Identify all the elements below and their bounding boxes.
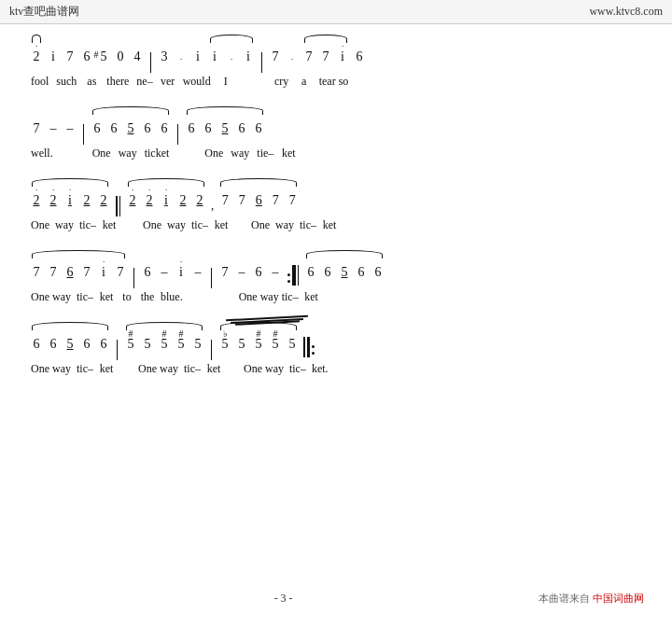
- lyric: ket: [281, 147, 296, 160]
- footer-right: 本曲谱来自 中国词曲网: [539, 592, 644, 606]
- lyric: One way: [138, 362, 178, 376]
- attribution-text: 本曲谱来自: [539, 593, 590, 604]
- note: # 5: [251, 328, 266, 360]
- lyric: One way: [244, 362, 284, 376]
- note: # 5: [268, 328, 283, 360]
- bar-line: [261, 52, 262, 73]
- note: –: [268, 257, 283, 288]
- note: · i: [96, 257, 111, 288]
- note: 7: [113, 257, 128, 288]
- note: 6: [63, 257, 77, 288]
- note: 2: [192, 185, 207, 216]
- music-page: · 2 i 7 6 #5: [0, 24, 672, 402]
- note: 5: [234, 328, 249, 360]
- repeat-end: [303, 337, 315, 357]
- lyric: ket.: [312, 362, 329, 376]
- note-6i: 6: [251, 113, 266, 145]
- note-7a: 7: [268, 41, 283, 73]
- music-row-5: 6 6 5 6: [28, 321, 644, 376]
- note: 6: [140, 257, 155, 288]
- music-row-2: 7 – – 6 6: [28, 105, 644, 160]
- bar-line: [211, 268, 212, 288]
- note: 3: [157, 41, 172, 73]
- note: 6: [79, 328, 94, 360]
- note-7: 7: [29, 113, 44, 145]
- note-dash1: –: [46, 113, 61, 145]
- notation-row-2: 7 – – 6 6: [28, 105, 644, 147]
- lyric: the: [140, 290, 155, 304]
- lyric: such: [56, 75, 77, 89]
- note-6a: 6: [352, 41, 367, 73]
- note-dot2: ·: [224, 54, 239, 73]
- lyric: One: [143, 218, 161, 232]
- lyric: ket: [214, 218, 229, 232]
- slur-r5c: ♭ 5 5 # 5 #: [217, 328, 301, 360]
- lyric: ket: [304, 290, 319, 304]
- lyric: way: [167, 218, 186, 232]
- note: 2: [79, 185, 94, 216]
- slur-r3a: · 2 · 2 · i 2: [28, 185, 112, 216]
- note: 6: [46, 328, 61, 360]
- lyric: tic–: [191, 218, 208, 232]
- note: # 5: [123, 328, 138, 360]
- music-row-1: · 2 i 7 6 #5: [28, 34, 644, 89]
- note: –: [234, 257, 249, 288]
- note: 6: [251, 185, 266, 216]
- lyric: ket: [102, 218, 117, 232]
- lyric: well.: [31, 147, 53, 160]
- note: 5: [285, 328, 300, 360]
- note: 7: [79, 257, 94, 288]
- note-6d: 6: [140, 113, 155, 145]
- lyric: as: [84, 75, 99, 89]
- note: 7: [234, 185, 249, 216]
- note-6e: 6: [157, 113, 172, 145]
- attribution-site: 中国词曲网: [593, 593, 644, 604]
- lyric: way: [55, 218, 74, 232]
- note-i3: i: [241, 41, 256, 73]
- lyric: One way: [31, 290, 71, 304]
- note: 5: [337, 257, 352, 288]
- note: · 2: [29, 41, 44, 73]
- lyric: tear so: [319, 75, 349, 89]
- note-dot3: ·: [285, 54, 300, 73]
- music-row-4: 7 7 6 7 ·: [28, 249, 644, 304]
- note: –: [190, 257, 205, 288]
- note-6f: 6: [184, 113, 199, 145]
- notation-row-1: · 2 i 7 6 #5: [28, 34, 644, 75]
- repeat-start: [287, 265, 299, 286]
- notation-row-4: 7 7 6 7 ·: [28, 249, 644, 290]
- note: # 5: [174, 328, 189, 360]
- note: 6: [251, 257, 266, 288]
- note-0: 0: [113, 41, 128, 73]
- note-5b: 5: [217, 113, 232, 145]
- lyric: ket: [99, 290, 114, 304]
- lyrics-row-5: One way tic– ket One way tic– ket One wa…: [28, 362, 644, 376]
- note-7c: 7: [318, 41, 333, 73]
- slur-665b: 6 6 5 6: [183, 113, 267, 145]
- lyric: a: [297, 75, 312, 89]
- lyric: tic–: [79, 218, 96, 232]
- lyric: tic–: [300, 218, 316, 232]
- note: · 2: [46, 185, 61, 216]
- slur-r5b: # 5 5 # 5 # 5: [122, 328, 206, 360]
- slur-ii: i · i: [206, 41, 257, 73]
- bar-line: [211, 340, 212, 360]
- music-row-3: · 2 · 2 · i 2: [28, 177, 644, 232]
- lyric: One way tic–: [239, 290, 299, 304]
- lyric: One: [251, 218, 270, 232]
- bar-line: [83, 124, 84, 145]
- bar-line: [117, 340, 118, 360]
- slur-7s: 7 7 · i: [301, 41, 351, 73]
- note: · i: [63, 185, 77, 216]
- slur-r4b: 6 6 5 6: [302, 257, 386, 288]
- note: 6: [79, 41, 94, 73]
- note: · i: [174, 257, 189, 288]
- lyric: cry: [274, 75, 289, 89]
- note: · i: [159, 185, 174, 216]
- note-5a: 5: [123, 113, 138, 145]
- page-number: - 3 -: [28, 592, 539, 606]
- site-right: www.ktvc8.com: [589, 5, 663, 19]
- note: 5: [190, 328, 205, 360]
- site-left: ktv查吧曲谱网: [9, 4, 79, 20]
- note: # 5: [157, 328, 172, 360]
